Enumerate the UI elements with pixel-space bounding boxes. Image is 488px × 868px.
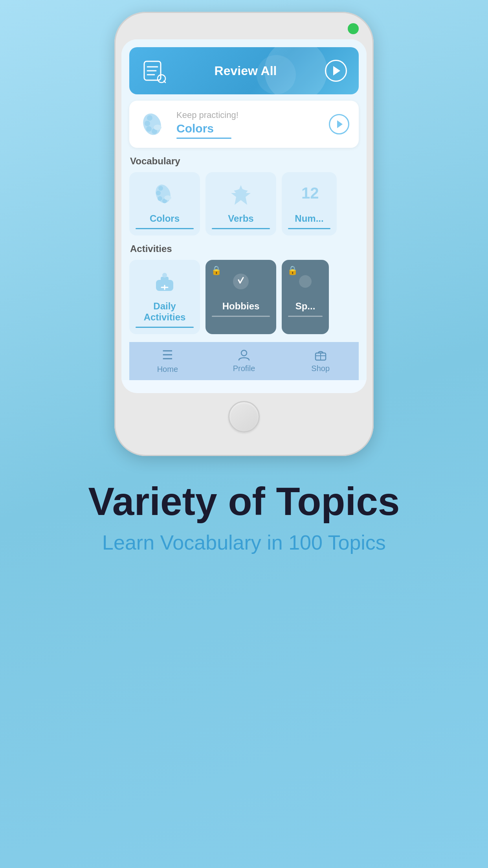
svg-line-5 — [164, 81, 165, 83]
activity-hobbies-label: Hobbies — [222, 301, 260, 312]
activities-cards-row: Daily Activities 🔒 Hobbies — [129, 260, 359, 334]
numbers-underline — [288, 228, 330, 229]
svg-rect-20 — [161, 277, 169, 282]
lock-icon: 🔒 — [211, 265, 222, 276]
daily-underline — [136, 327, 194, 328]
hobbies-icon — [227, 268, 255, 295]
palette-icon — [139, 108, 170, 140]
activity-daily-label: Daily Activities — [136, 301, 194, 323]
daily-activities-icon — [151, 268, 178, 295]
review-all-label: Review All — [166, 64, 325, 78]
verbs-underline — [212, 228, 270, 229]
profile-icon — [237, 348, 251, 362]
bottom-nav: ☰ Home Profile — [129, 342, 359, 380]
vocab-card-colors[interactable]: Colors — [129, 172, 200, 235]
vocab-verbs-label: Verbs — [228, 213, 253, 224]
svg-point-15 — [158, 196, 162, 201]
svg-point-14 — [156, 191, 161, 195]
hobbies-underline — [212, 316, 270, 317]
vocab-colors-label: Colors — [150, 213, 180, 224]
svg-point-26 — [241, 350, 247, 356]
activity-sports-label: Sp... — [295, 301, 316, 312]
phone-frame: Review All — [114, 12, 374, 456]
svg-point-17 — [164, 195, 171, 200]
bottom-subtitle: Learn Vocabulary in 100 Topics — [16, 531, 472, 554]
phone-home-button[interactable] — [228, 401, 260, 432]
nav-shop-label: Shop — [311, 364, 330, 373]
keep-practicing-title: Colors — [176, 122, 329, 135]
svg-point-13 — [158, 186, 163, 191]
vocabulary-section-label: Vocabulary — [130, 156, 359, 167]
keep-practicing-subtitle: Keep practicing! — [176, 110, 329, 120]
keep-underline — [176, 138, 231, 139]
activity-card-daily[interactable]: Daily Activities — [129, 260, 200, 334]
vocab-card-numbers[interactable]: 12 Num... — [282, 172, 337, 235]
activity-card-hobbies[interactable]: 🔒 Hobbies — [205, 260, 276, 334]
svg-text:12: 12 — [301, 184, 319, 202]
svg-point-25 — [299, 275, 312, 288]
shop-icon — [314, 348, 327, 362]
colors-underline — [136, 228, 194, 229]
status-dot — [348, 23, 359, 34]
play-icon — [333, 66, 340, 75]
lock-icon-sports: 🔒 — [287, 265, 298, 276]
activities-section-label: Activities — [130, 243, 359, 254]
svg-point-9 — [146, 126, 152, 132]
phone-top-bar — [121, 20, 367, 39]
nav-home[interactable]: ☰ Home — [129, 348, 206, 374]
keep-text-area: Keep practicing! Colors — [176, 110, 329, 139]
numbers-icon: 12 — [295, 180, 323, 208]
nav-profile-label: Profile — [233, 364, 255, 373]
bottom-text-area: Variety of Topics Learn Vocabulary in 10… — [0, 456, 488, 578]
vocabulary-cards-row: Colors Verbs — [129, 172, 359, 235]
review-all-play-button[interactable] — [325, 60, 347, 82]
nav-profile[interactable]: Profile — [206, 348, 283, 373]
bottom-main-title: Variety of Topics — [16, 480, 472, 523]
colors-icon — [151, 180, 178, 208]
svg-point-21 — [162, 273, 167, 278]
sports-underline — [288, 316, 323, 317]
phone-wrapper: Review All — [0, 0, 488, 456]
svg-point-6 — [140, 111, 164, 138]
nav-home-label: Home — [157, 365, 178, 374]
vocab-card-verbs[interactable]: Verbs — [205, 172, 276, 235]
svg-point-7 — [147, 115, 152, 121]
review-all-button[interactable]: Review All — [129, 47, 359, 94]
home-icon: ☰ — [162, 348, 173, 362]
play-icon — [337, 120, 343, 128]
keep-practicing-play-button[interactable] — [329, 114, 349, 134]
nav-shop[interactable]: Shop — [282, 348, 359, 373]
phone-screen: Review All — [121, 39, 367, 393]
review-list-icon — [141, 58, 166, 83]
keep-practicing-card[interactable]: Keep practicing! Colors — [129, 101, 359, 148]
svg-point-8 — [145, 121, 150, 126]
activity-card-sports[interactable]: 🔒 Sp... — [282, 260, 329, 334]
vocab-numbers-label: Num... — [295, 213, 323, 224]
screen-content: Review All — [121, 39, 367, 380]
svg-point-11 — [154, 125, 161, 130]
verbs-icon — [227, 180, 255, 208]
